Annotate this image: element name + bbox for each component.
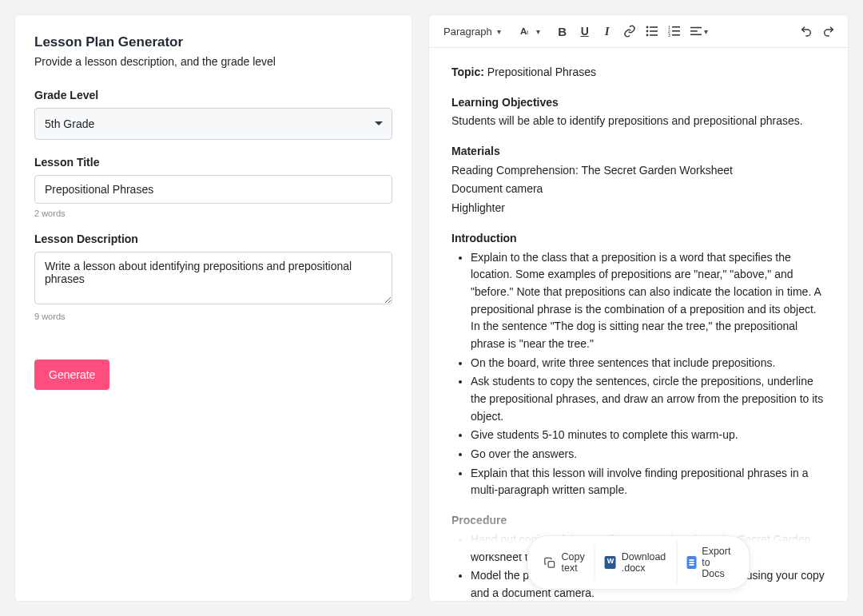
desc-word-count: 9 words xyxy=(34,312,392,321)
materials-heading: Materials xyxy=(451,143,825,161)
numbered-list-button[interactable]: 123 xyxy=(665,22,684,41)
lesson-title-input[interactable] xyxy=(34,175,392,204)
grade-label: Grade Level xyxy=(34,89,392,101)
materials-line: Highlighter xyxy=(451,200,825,217)
svg-rect-16 xyxy=(690,34,702,36)
paragraph-style-dropdown[interactable]: Paragraph▾ xyxy=(439,26,506,38)
form-panel: Lesson Plan Generator Provide a lesson d… xyxy=(14,14,412,602)
align-dropdown[interactable]: ▾ xyxy=(687,22,711,41)
list-item: Explain to the class that a preposition … xyxy=(471,249,825,353)
objectives-heading: Learning Objectives xyxy=(451,94,825,112)
svg-rect-13 xyxy=(672,34,680,36)
word-icon xyxy=(605,556,616,570)
procedure-heading: Procedure xyxy=(451,512,825,530)
svg-rect-11 xyxy=(672,30,680,32)
svg-rect-15 xyxy=(690,30,698,32)
list-item: Go over the answers. xyxy=(471,446,825,463)
svg-point-6 xyxy=(646,34,648,37)
editor-toolbar: Paragraph▾ AI▾ B U I 123 ▾ xyxy=(429,15,848,48)
italic-button[interactable]: I xyxy=(598,22,617,41)
lesson-desc-textarea[interactable]: Write a lesson about identifying preposi… xyxy=(34,252,392,304)
title-word-count: 2 words xyxy=(34,209,392,218)
page-title: Lesson Plan Generator xyxy=(34,34,392,50)
list-item: Explain that this lesson will involve fi… xyxy=(471,465,825,499)
svg-rect-9 xyxy=(672,26,680,28)
svg-rect-3 xyxy=(650,26,658,28)
svg-text:3: 3 xyxy=(668,33,670,38)
materials-line: Document camera xyxy=(451,181,825,198)
svg-rect-5 xyxy=(650,30,658,32)
export-docs-button[interactable]: Export to Docs xyxy=(676,541,742,584)
intro-list: Explain to the class that a preposition … xyxy=(451,249,825,500)
list-item: Give students 5-10 minutes to complete t… xyxy=(471,427,825,444)
redo-button[interactable] xyxy=(819,22,838,41)
svg-rect-7 xyxy=(650,34,658,36)
generate-button[interactable]: Generate xyxy=(34,360,109,390)
lesson-title-label: Lesson Title xyxy=(34,156,392,169)
svg-rect-14 xyxy=(690,27,702,29)
svg-point-4 xyxy=(646,30,648,33)
grade-select[interactable]: 5th Grade xyxy=(34,108,392,140)
list-item: On the board, write three sentences that… xyxy=(471,355,825,372)
undo-button[interactable] xyxy=(797,22,816,41)
page-subtitle: Provide a lesson description, and the gr… xyxy=(34,55,392,68)
underline-button[interactable]: U xyxy=(575,22,595,41)
copy-text-button[interactable]: Copy text xyxy=(535,546,595,578)
materials-line: Reading Comprehension: The Secret Garden… xyxy=(451,162,825,180)
editor-panel: Paragraph▾ AI▾ B U I 123 ▾ xyxy=(428,14,849,602)
bold-button[interactable]: B xyxy=(553,22,572,41)
font-size-dropdown[interactable]: AI▾ xyxy=(517,22,543,41)
svg-point-2 xyxy=(646,26,648,29)
objectives-text: Students will be able to identify prepos… xyxy=(451,113,825,130)
svg-rect-17 xyxy=(548,561,555,567)
download-docx-button[interactable]: Download .docx xyxy=(595,546,677,578)
topic-value: Prepositional Phrases xyxy=(487,66,596,78)
svg-text:I: I xyxy=(527,30,528,37)
google-docs-icon xyxy=(686,556,696,570)
topic-label: Topic: xyxy=(451,66,484,78)
action-bar: Copy text Download .docx Export to Docs xyxy=(527,535,750,590)
bullet-list-button[interactable] xyxy=(642,22,662,41)
editor-content[interactable]: Topic: Prepositional Phrases Learning Ob… xyxy=(429,48,848,601)
lesson-desc-label: Lesson Description xyxy=(34,232,392,245)
intro-heading: Introduction xyxy=(451,230,825,248)
list-item: Ask students to copy the sentences, circ… xyxy=(471,373,825,425)
link-button[interactable] xyxy=(620,22,639,41)
copy-icon xyxy=(544,556,556,570)
